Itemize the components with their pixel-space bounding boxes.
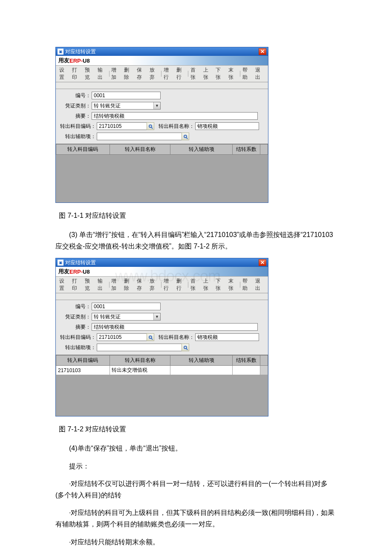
label-outcode: 转出科目编码： [58,123,97,130]
grid-body[interactable] [56,375,268,416]
bullet-1: ·对应结转不仅可以进行两个科目一对一结转，还可以进行科目的一(一个转出科目)对多… [55,478,337,501]
label-summary: 摘要： [58,113,92,120]
search-icon[interactable] [182,344,189,351]
cell-incode[interactable]: 21710103 [56,366,110,375]
grid-body[interactable] [56,155,268,202]
tb-first[interactable]: 首张 [189,278,202,292]
label-summary: 摘要： [58,324,92,331]
label-code: 编号： [58,303,92,310]
brand-prefix: 用友 [58,268,69,275]
search-icon[interactable] [182,133,189,140]
tb-abandon[interactable]: 放弃 [148,278,161,292]
outname-display: 销项税额 [195,333,259,341]
chevron-down-icon[interactable]: ▼ [153,102,160,109]
outaux-input[interactable] [97,344,182,351]
paragraph-4: (4)单击“保存”按钮，单击“退出”按钮。 [55,442,337,454]
toolbar: 设置 打印 预览 输出 增加 删除 保存 放弃 增行 删行 首张 上张 下张 末… [56,65,268,82]
code-input[interactable]: 0001 [92,92,161,99]
window-title: 对应结转设置 [65,259,96,266]
tb-prev[interactable]: 上张 [202,278,214,292]
tb-print[interactable]: 打印 [70,66,83,81]
label-outname: 转出科目名称： [159,334,194,341]
tb-addrow[interactable]: 增行 [162,278,175,292]
figure-caption-2: 图 7-1-2 对应结转设置 [59,425,337,434]
col-ratio: 结转系数 [232,356,260,366]
col-inname: 转入科目名称 [110,356,170,366]
form-area: 编号： 0001 凭证类别： 转 转账凭证 ▼ 摘要： 结转销项税额 转出科目编… [56,89,268,144]
vouchertype-select[interactable]: 转 转账凭证 [92,102,161,110]
code-input[interactable]: 0001 [92,303,161,310]
summary-input[interactable]: 结转销项税额 [92,112,258,120]
label-outaux: 转出辅助项： [58,344,97,351]
vouchertype-select[interactable]: 转 转账凭证 [92,313,161,321]
col-inaux: 转入辅助项 [170,145,233,155]
label-outcode: 转出科目编码： [58,334,97,341]
transfer-grid: 转入科目编码 转入科目名称 转入辅助项 结转系数 [56,144,268,155]
chevron-down-icon[interactable]: ▼ [153,313,160,320]
tb-preview[interactable]: 预览 [83,278,96,292]
close-icon[interactable]: ✕ [259,48,266,55]
app-icon: ▣ [58,260,63,266]
col-ratio: 结转系数 [232,145,260,155]
tb-add[interactable]: 增加 [110,66,122,81]
tb-last[interactable]: 末张 [227,278,239,292]
tb-next[interactable]: 下张 [214,278,227,292]
window-title: 对应结转设置 [65,48,96,55]
col-inaux: 转入辅助项 [170,356,233,366]
bullet-3: ·对应结转只能结转期末余额。 [55,536,337,548]
outcode-input[interactable]: 21710105 [97,333,147,341]
table-row[interactable]: 21710103 转出未交增值税 [56,366,268,375]
titlebar: ▣ 对应结转设置 ✕ [56,47,268,56]
tb-del[interactable]: 删除 [122,278,135,292]
close-icon[interactable]: ✕ [259,259,266,266]
scrollbar-stub [260,356,268,366]
col-incode: 转入科目编码 [56,145,110,155]
search-icon[interactable] [147,122,154,130]
cell-inaux[interactable] [170,366,233,375]
tb-help[interactable]: 帮助 [241,278,254,292]
titlebar: ▣ 对应结转设置 ✕ [56,258,268,267]
tb-prev[interactable]: 上张 [202,66,214,81]
figure-caption-1: 图 7-1-1 对应结转设置 [59,211,337,220]
settings-window-2: ▣ 对应结转设置 ✕ 用友 ERP- U8 设置 打印 预览 输出 增加 删除 … [55,258,268,416]
app-icon: ▣ [58,49,63,55]
tb-exit[interactable]: 退出 [254,278,266,292]
settings-window-1: ▣ 对应结转设置 ✕ 用友 ERP- U8 设置 打印 预览 输出 增加 删除 … [55,47,268,203]
tb-next[interactable]: 下张 [214,66,227,81]
tb-help[interactable]: 帮助 [241,66,254,81]
col-incode: 转入科目编码 [56,356,110,366]
form-area: 编号： 0001 凭证类别： 转 转账凭证 ▼ 摘要： 结转销项税额 转出科目编… [56,300,268,355]
outaux-input[interactable] [97,133,182,140]
cell-ratio[interactable] [232,366,260,375]
brand-bar: 用友 ERP- U8 [56,56,268,65]
search-icon[interactable] [147,333,154,341]
transfer-grid: 转入科目编码 转入科目名称 转入辅助项 结转系数 21710103 转出未交增值… [56,355,268,375]
tb-delrow[interactable]: 删行 [175,66,187,81]
tb-export[interactable]: 输出 [96,66,109,81]
tb-addrow[interactable]: 增行 [162,66,175,81]
tb-print[interactable]: 打印 [70,278,83,292]
tb-set[interactable]: 设置 [58,278,70,292]
brand-erp: ERP- [69,58,83,64]
col-inname: 转入科目名称 [110,145,170,155]
tb-last[interactable]: 末张 [227,66,239,81]
brand-prefix: 用友 [58,57,69,64]
label-vouchertype: 凭证类别： [58,313,92,321]
tb-save[interactable]: 保存 [135,278,148,292]
tb-first[interactable]: 首张 [189,66,202,81]
summary-input[interactable]: 结转销项税额 [92,323,258,331]
tb-del[interactable]: 删除 [122,66,135,81]
tb-save[interactable]: 保存 [135,66,148,81]
tb-preview[interactable]: 预览 [83,66,96,81]
cell-inname[interactable]: 转出未交增值税 [110,366,170,375]
tb-set[interactable]: 设置 [58,66,70,81]
tb-exit[interactable]: 退出 [254,66,266,81]
tb-abandon[interactable]: 放弃 [148,66,161,81]
tb-add[interactable]: 增加 [110,278,122,292]
outname-display: 销项税额 [195,122,259,130]
tb-delrow[interactable]: 删行 [175,278,187,292]
tb-export[interactable]: 输出 [96,278,109,292]
label-outaux: 转出辅助项： [58,133,97,140]
outcode-input[interactable]: 21710105 [97,122,147,130]
brand-suffix: U8 [83,269,90,275]
